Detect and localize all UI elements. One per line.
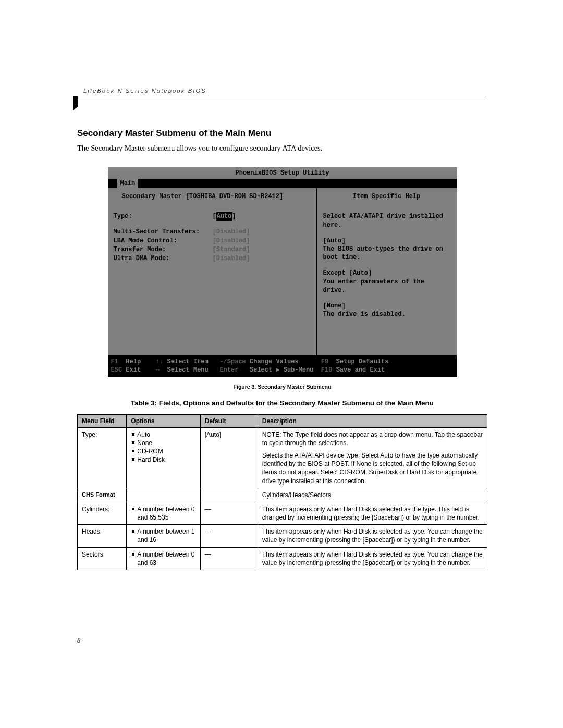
option-item: None xyxy=(131,439,195,447)
footer-text: Change Values xyxy=(250,357,299,366)
field-label: Multi-Sector Transfers: xyxy=(114,228,213,236)
cell-default: — xyxy=(200,525,258,547)
cell-options: A number between 1 and 16 xyxy=(127,525,200,547)
field-lba-mode: LBA Mode Control: [Disabled] xyxy=(114,237,311,245)
cell-default: — xyxy=(200,547,258,570)
footer-key: F9 xyxy=(321,357,328,366)
cell-default: — xyxy=(200,502,258,524)
field-multi-sector: Multi-Sector Transfers: [Disabled] xyxy=(114,228,311,236)
field-label: Transfer Mode: xyxy=(114,245,213,254)
field-ultra-dma: Ultra DMA Mode: [Disabled] xyxy=(114,254,311,263)
option-item: A number between 0 and 63 xyxy=(131,550,195,567)
option-item: Auto xyxy=(131,430,195,439)
bios-subtitle: Secondary Master [TOSHIBA DVD-ROM SD-R24… xyxy=(114,192,311,201)
field-value-selected: Auto xyxy=(216,212,232,220)
fields-table: Menu Field Options Default Description T… xyxy=(77,414,487,570)
field-value: [Disabled] xyxy=(213,254,250,263)
field-value: [Disabled] xyxy=(213,237,250,245)
bios-help-pane: Item Specific Help Select ATA/ATAPI driv… xyxy=(317,188,457,355)
table-row: Cylinders:A number between 0 and 65,535—… xyxy=(78,502,487,524)
section-intro: The Secondary Master submenu allows you … xyxy=(77,144,487,153)
th-description: Description xyxy=(258,414,487,427)
table-header-row: Menu Field Options Default Description xyxy=(78,414,487,427)
cell-options: AutoNoneCD-ROMHard Disk xyxy=(127,427,200,488)
help-text: Select ATA/ATAPI drive installed here. xyxy=(323,212,450,229)
table-title: Table 3: Fields, Options and Defaults fo… xyxy=(77,399,487,407)
cell-description: This item appears only when Hard Disk is… xyxy=(258,547,487,570)
footer-text: Help xyxy=(126,357,141,366)
table-row: CHS FormatCylinders/Heads/Sectors xyxy=(78,488,487,502)
cell-menu-field: Heads: xyxy=(78,525,127,547)
th-default: Default xyxy=(200,414,258,427)
footer-key: ↑↓ xyxy=(156,357,163,366)
description-text: NOTE: The Type field does not appear as … xyxy=(262,430,483,447)
footer-key: Enter xyxy=(219,366,238,374)
bios-footer: F1 Help ↑↓ Select Item -/Space Change Va… xyxy=(108,356,457,377)
footer-text: Select Item xyxy=(167,357,209,366)
cell-options: A number between 0 and 63 xyxy=(127,547,200,570)
table-row: Type:AutoNoneCD-ROMHard Disk[Auto]NOTE: … xyxy=(78,427,487,488)
field-label: Type: xyxy=(114,212,213,220)
description-text: Selects the ATA/ATAPI device type. Selec… xyxy=(262,451,483,485)
footer-text: Exit xyxy=(126,366,141,374)
bracket-open: [ xyxy=(213,212,216,220)
cell-description: NOTE: The Type field does not appear as … xyxy=(258,427,487,488)
bios-screenshot: PhoenixBIOS Setup Utility Main Secondary… xyxy=(108,167,457,377)
doc-series-header: LifeBook N Series Notebook BIOS xyxy=(77,88,487,96)
bios-title: PhoenixBIOS Setup Utility xyxy=(108,167,457,179)
cell-menu-field: Sectors: xyxy=(78,547,127,570)
cell-default: [Auto] xyxy=(200,427,258,488)
footer-key: F10 xyxy=(321,366,333,374)
cell-menu-field: CHS Format xyxy=(78,488,127,502)
footer-text: Select ▶ Sub-Menu xyxy=(250,366,313,374)
cell-options: A number between 0 and 65,535 xyxy=(127,502,200,524)
th-menu-field: Menu Field xyxy=(78,414,127,427)
cell-menu-field: Type: xyxy=(78,427,127,488)
footer-key: ESC xyxy=(111,366,123,374)
description-text: Cylinders/Heads/Sectors xyxy=(262,491,483,499)
figure-caption: Figure 3. Secondary Master Submenu xyxy=(77,384,487,390)
bios-tab-main[interactable]: Main xyxy=(117,179,139,188)
bracket-close: ] xyxy=(232,212,236,220)
table-row: Sectors:A number between 0 and 63—This i… xyxy=(78,547,487,570)
cell-description: Cylinders/Heads/Sectors xyxy=(258,488,487,502)
cell-options xyxy=(127,488,200,502)
field-value: [Standard] xyxy=(213,245,250,254)
cell-default xyxy=(200,488,258,502)
footer-key: F1 xyxy=(111,357,118,366)
field-label: Ultra DMA Mode: xyxy=(114,254,213,263)
field-transfer-mode: Transfer Mode: [Standard] xyxy=(114,245,311,254)
cell-description: This item appears only when Hard Disk is… xyxy=(258,502,487,524)
cell-description: This item appears only when Hard Disk is… xyxy=(258,525,487,547)
option-item: CD-ROM xyxy=(131,447,195,455)
description-text: This item appears only when Hard Disk is… xyxy=(262,505,483,522)
field-label: LBA Mode Control: xyxy=(114,237,213,245)
description-text: This item appears only when Hard Disk is… xyxy=(262,527,483,544)
option-item: A number between 0 and 65,535 xyxy=(131,505,195,522)
bios-menu-bar: Main xyxy=(108,179,457,188)
option-item: Hard Disk xyxy=(131,455,195,464)
help-text: [Auto]The BIOS auto-types the drive on b… xyxy=(323,237,450,262)
option-item: A number between 1 and 16 xyxy=(131,527,195,544)
th-options: Options xyxy=(127,414,200,427)
description-text: This item appears only when Hard Disk is… xyxy=(262,550,483,567)
field-value: [Disabled] xyxy=(213,228,250,236)
footer-text: Setup Defaults xyxy=(336,357,389,366)
table-row: Heads:A number between 1 and 16—This ite… xyxy=(78,525,487,547)
section-title: Secondary Master Submenu of the Main Men… xyxy=(77,128,487,139)
footer-text: Save and Exit xyxy=(336,366,385,374)
header-accent xyxy=(73,96,78,110)
bios-settings-pane: Secondary Master [TOSHIBA DVD-ROM SD-R24… xyxy=(108,188,317,355)
page-number: 8 xyxy=(77,636,81,645)
field-type[interactable]: Type: [Auto] xyxy=(114,212,311,220)
footer-key: ↔ xyxy=(156,366,160,374)
help-title: Item Specific Help xyxy=(323,192,450,201)
footer-text: Select Menu xyxy=(167,366,209,374)
help-text: [None]The drive is disabled. xyxy=(323,302,450,318)
cell-menu-field: Cylinders: xyxy=(78,502,127,524)
help-text: Except [Auto]You enter parameters of the… xyxy=(323,269,450,294)
footer-key: -/Space xyxy=(219,357,246,366)
